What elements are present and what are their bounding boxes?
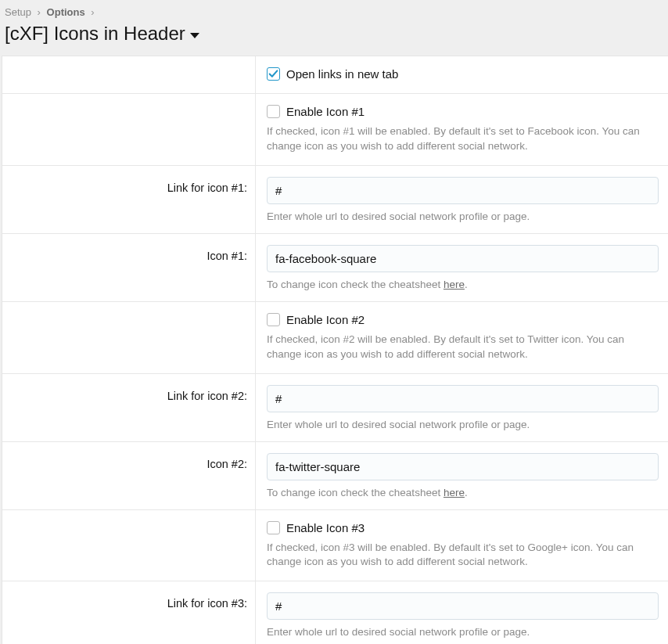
icon-1-label: Icon #1:	[2, 234, 256, 301]
enable-icon-1-option[interactable]: Enable Icon #1	[267, 105, 659, 118]
link-icon-2-hint: Enter whole url to desired social networ…	[267, 419, 659, 430]
cheatsheet-link[interactable]: here	[444, 487, 465, 498]
checkbox-icon[interactable]	[267, 313, 280, 326]
chevron-right-icon: ›	[91, 6, 94, 18]
options-panel: Open links in new tab Enable Icon #1 If …	[2, 56, 668, 644]
link-icon-1-hint: Enter whole url to desired social networ…	[267, 210, 659, 222]
enable-icon-3-option[interactable]: Enable Icon #3	[267, 521, 659, 534]
link-icon-2-label: Link for icon #2:	[2, 374, 256, 441]
icon-1-input[interactable]	[267, 245, 659, 272]
checkbox-icon[interactable]	[267, 67, 280, 81]
link-icon-2-input[interactable]	[267, 385, 659, 412]
enable-icon-1-label: Enable Icon #1	[286, 105, 365, 118]
breadcrumb: Setup › Options ›	[0, 0, 668, 21]
enable-icon-2-option[interactable]: Enable Icon #2	[267, 313, 659, 326]
enable-icon-3-label: Enable Icon #3	[286, 521, 365, 534]
icon-2-label: Icon #2:	[2, 442, 256, 509]
enable-icon-1-desc: If checked, icon #1 will be enabled. By …	[267, 124, 659, 154]
open-links-new-tab-option[interactable]: Open links in new tab	[267, 67, 659, 81]
open-links-new-tab-label: Open links in new tab	[286, 67, 398, 81]
page-title-text: [cXF] Icons in Header	[5, 23, 185, 45]
icon-2-hint: To change icon check the cheatsheet here…	[267, 487, 659, 498]
page-title[interactable]: [cXF] Icons in Header	[0, 21, 668, 56]
checkbox-icon[interactable]	[267, 105, 280, 118]
enable-icon-2-desc: If checked, icon #2 will be enabled. By …	[267, 333, 659, 362]
link-icon-3-input[interactable]	[267, 592, 659, 620]
link-icon-3-label: Link for icon #3:	[2, 581, 256, 644]
enable-icon-3-desc: If checked, icon #3 will be enabled. By …	[267, 541, 659, 570]
link-icon-1-input[interactable]	[267, 177, 659, 204]
link-icon-1-label: Link for icon #1:	[2, 166, 256, 233]
breadcrumb-setup[interactable]: Setup	[5, 6, 31, 18]
breadcrumb-options[interactable]: Options	[47, 6, 85, 18]
icon-1-hint: To change icon check the cheatsheet here…	[267, 279, 659, 290]
checkbox-icon[interactable]	[267, 521, 280, 534]
enable-icon-2-label: Enable Icon #2	[286, 313, 365, 326]
caret-down-icon	[190, 33, 199, 38]
link-icon-3-hint: Enter whole url to desired social networ…	[267, 626, 659, 638]
icon-2-input[interactable]	[267, 453, 659, 480]
cheatsheet-link[interactable]: here	[444, 279, 465, 290]
chevron-right-icon: ›	[38, 6, 41, 18]
